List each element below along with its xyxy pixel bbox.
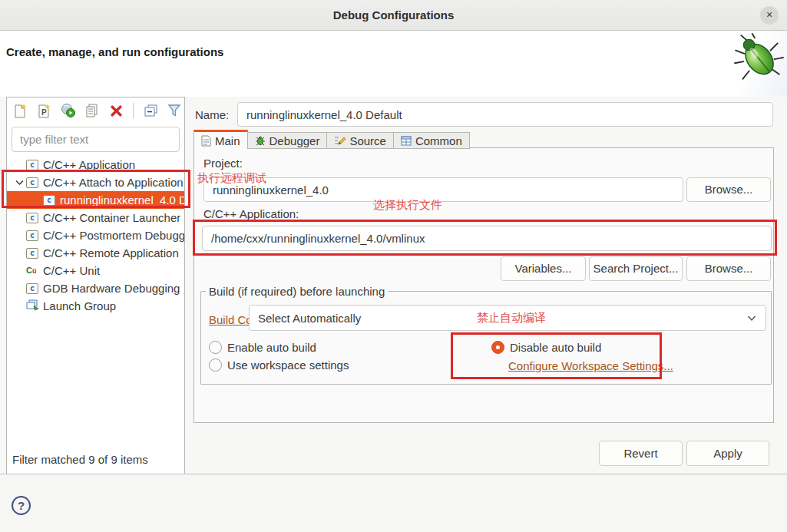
c-application-icon <box>26 248 38 259</box>
chevron-down-icon[interactable] <box>15 177 26 188</box>
c-application-icon <box>26 160 38 170</box>
cpp-application-label: C/C++ Application: <box>203 207 299 220</box>
search-project-button[interactable]: Search Project... <box>589 256 683 281</box>
chevron-down-icon <box>747 315 756 322</box>
tree-item-runninglinuxkernel[interactable]: runninglinuxkernel_4.0 Default <box>7 191 184 209</box>
project-browse-button[interactable]: Browse... <box>686 177 771 202</box>
launch-group-icon <box>26 299 39 313</box>
tree-item-cpp-unit[interactable]: C/C++ Unit <box>7 262 184 279</box>
source-pencil-icon <box>334 135 346 146</box>
name-label: Name: <box>195 108 229 121</box>
svg-text:P: P <box>41 108 47 117</box>
tree-item-cpp-application[interactable]: C/C++ Application <box>7 156 184 173</box>
export-launch-configuration-icon[interactable] <box>59 101 78 120</box>
filter-launch-configurations-icon[interactable] <box>165 101 184 120</box>
title-bar: Debug Configurations × <box>0 0 787 31</box>
new-launch-configuration-prototype-icon[interactable]: P <box>35 101 54 120</box>
variables-button[interactable]: Variables... <box>501 256 586 281</box>
tree-item-launch-group[interactable]: Launch Group <box>7 297 184 315</box>
c-application-icon <box>26 177 38 188</box>
tab-bar: Main Debugger Source Common <box>193 130 470 149</box>
dialog-subtitle: Create, manage, and run configurations <box>6 45 223 58</box>
c-application-icon <box>26 283 38 294</box>
disable-auto-build-label: Disable auto build <box>510 341 601 354</box>
help-icon[interactable]: ? <box>12 496 31 515</box>
configurations-panel: P C/C++ A <box>6 97 185 474</box>
window-title: Debug Configurations <box>0 0 787 31</box>
tree-item-postmortem-debugger[interactable]: C/C++ Postmortem Debugger <box>7 226 184 244</box>
bug-icon <box>255 135 266 146</box>
document-icon <box>201 135 211 147</box>
main-tab-content: Project: Browse... C/C++ Application: Va… <box>193 147 774 423</box>
disable-auto-build-radio[interactable] <box>491 341 504 354</box>
tab-debugger[interactable]: Debugger <box>248 132 328 149</box>
application-browse-button[interactable]: Browse... <box>686 256 771 281</box>
build-before-launch-group: Build (if required) before launching Bui… <box>200 291 772 385</box>
configurations-toolbar: P <box>12 101 185 120</box>
project-input[interactable] <box>203 177 683 202</box>
tree-item-container-launcher[interactable]: C/C++ Container Launcher <box>7 209 184 226</box>
build-configuration-select[interactable]: Select Automatically <box>249 305 766 331</box>
collapse-all-icon[interactable] <box>141 101 160 120</box>
configuration-tree: C/C++ Application C/C++ Attach to Applic… <box>7 156 184 315</box>
filter-input[interactable] <box>12 127 180 152</box>
c-application-icon <box>26 213 38 223</box>
c-application-icon <box>43 195 55 206</box>
duplicate-launch-configuration-icon[interactable] <box>83 101 101 120</box>
tree-item-cpp-attach[interactable]: C/C++ Attach to Application <box>7 173 184 191</box>
tab-common[interactable]: Common <box>394 132 470 149</box>
filter-status-text: Filter matched 9 of 9 items <box>12 453 148 466</box>
c-unit-icon <box>26 265 40 276</box>
tab-main[interactable]: Main <box>193 130 248 149</box>
tree-item-gdb-hardware[interactable]: GDB Hardware Debugging <box>7 279 184 297</box>
revert-button[interactable]: Revert <box>599 441 683 466</box>
build-group-legend: Build (if required) before launching <box>206 285 388 298</box>
build-configuration-value: Select Automatically <box>258 312 361 325</box>
table-icon <box>401 136 412 146</box>
footer-bar: ? Close Debug <box>0 474 787 532</box>
window-close-icon[interactable]: × <box>760 6 779 25</box>
debug-bug-icon <box>733 33 784 84</box>
name-input[interactable] <box>237 102 773 127</box>
new-launch-configuration-icon[interactable] <box>12 101 30 120</box>
project-label: Project: <box>203 157 243 170</box>
tree-item-remote-application[interactable]: C/C++ Remote Application <box>7 244 184 262</box>
enable-auto-build-label: Enable auto build <box>227 341 316 354</box>
enable-auto-build-radio[interactable] <box>209 341 222 354</box>
use-workspace-settings-radio[interactable] <box>209 359 222 372</box>
cpp-application-input[interactable] <box>202 226 772 251</box>
use-workspace-settings-label: Use workspace settings <box>227 359 349 372</box>
c-application-icon <box>26 230 38 241</box>
toolbar-separator <box>133 103 134 118</box>
debug-configurations-dialog: Debug Configurations × Create, manage, a… <box>0 0 787 532</box>
delete-launch-configuration-icon[interactable] <box>107 101 125 120</box>
configure-workspace-settings-link[interactable]: Configure Workspace Settings... <box>508 359 673 372</box>
header-banner: Create, manage, and run configurations <box>0 31 787 97</box>
apply-button[interactable]: Apply <box>686 441 769 466</box>
tab-source[interactable]: Source <box>327 132 394 149</box>
